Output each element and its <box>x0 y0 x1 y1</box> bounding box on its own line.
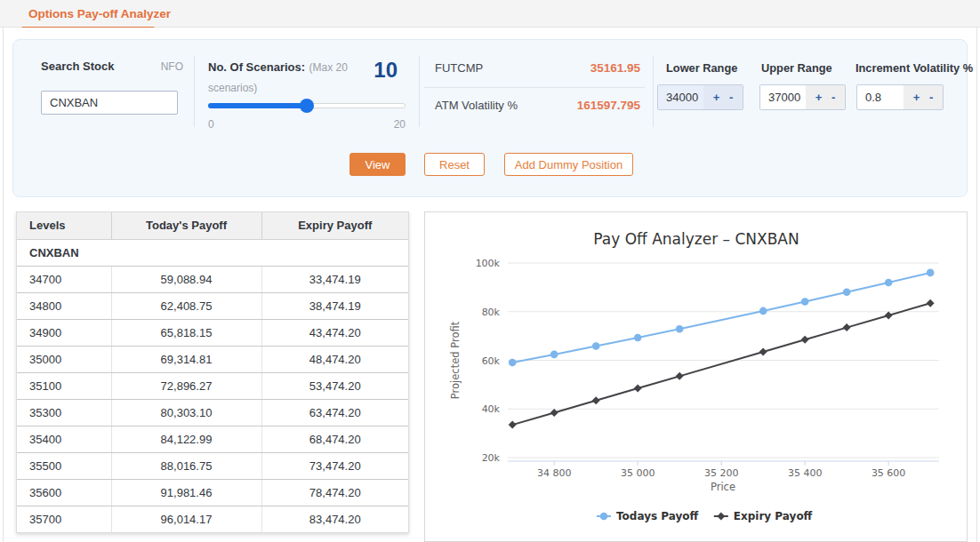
y-axis-title: Projected Profit <box>449 321 462 399</box>
data-point-marker <box>759 307 767 315</box>
increment-volatility-value[interactable]: 0.8 <box>857 85 904 109</box>
slider-min-label: 0 <box>208 118 214 131</box>
data-point-marker <box>509 359 517 367</box>
expiry-payoff-cell: 53,474.20 <box>261 372 408 399</box>
level-cell: 35400 <box>17 426 111 452</box>
data-point-marker <box>634 334 642 342</box>
symbol-group-row: CNXBAN <box>17 239 408 266</box>
data-point-marker <box>592 396 600 404</box>
scenarios-label: No. Of Scenarios: (Max 20 scenarios) <box>208 56 349 97</box>
upper-range-increment-button[interactable]: + <box>815 92 823 103</box>
todays-payoff-cell: 72,896.27 <box>111 372 261 399</box>
reset-button[interactable]: Reset <box>424 153 485 176</box>
view-button[interactable]: View <box>349 153 406 176</box>
y-tick-label: 20k <box>482 452 501 464</box>
todays-payoff-column-header: Today's Payoff <box>111 212 261 239</box>
data-point-marker <box>843 289 851 297</box>
x-tick-label: 35 600 <box>872 467 906 479</box>
divider <box>424 87 645 88</box>
payoff-table-card: Levels Today's Payoff Expiry Payoff CNXB… <box>16 211 409 533</box>
data-point-marker <box>927 269 935 277</box>
payoff-chart: Pay Off Analyzer – CNXBAN20k40k60k80k100… <box>425 212 967 541</box>
x-tick-label: 34 800 <box>537 467 572 479</box>
x-axis-title: Price <box>711 481 735 493</box>
data-point-marker <box>843 323 851 331</box>
expiry-payoff-cell: 83,474.20 <box>261 506 408 532</box>
level-cell: 34800 <box>17 292 111 319</box>
data-point-marker <box>550 409 558 417</box>
data-point-marker <box>801 336 809 344</box>
payoff-chart-card: Pay Off Analyzer – CNXBAN20k40k60k80k100… <box>424 211 968 542</box>
filter-panel: Search Stock NFO No. Of Scenarios: (Max … <box>12 39 968 197</box>
lower-range-spinner: 34000 + - <box>657 84 743 110</box>
level-cell: 34700 <box>17 266 111 292</box>
table-row: 3490065,818.1543,474.20 <box>17 319 408 346</box>
divider <box>653 56 654 127</box>
table-row: 3480062,408.7538,474.19 <box>17 292 408 319</box>
data-point-marker <box>885 279 893 287</box>
level-cell: 35300 <box>17 399 111 426</box>
table-row: 3510072,896.2753,474.20 <box>17 372 408 399</box>
payoff-table-body: CNXBAN 3470059,088.9433,474.193480062,40… <box>17 239 408 532</box>
expiry-payoff-cell: 63,474.20 <box>261 399 408 426</box>
increment-volatility-spinner: 0.8 + - <box>856 84 944 110</box>
data-point-marker <box>801 298 809 306</box>
legend-item-expiry-payoff[interactable]: Expiry Payoff <box>714 510 813 522</box>
scenarios-value: 10 <box>344 58 398 83</box>
expiry-payoff-line <box>512 303 930 425</box>
tab-label: Options Pay-off Analyzer <box>28 7 171 20</box>
options-payoff-analyzer-page: Options Pay-off Analyzer Search Stock NF… <box>0 0 980 542</box>
increment-volatility-decrement-button[interactable]: - <box>929 92 933 103</box>
search-stock-row: Search Stock NFO <box>41 60 183 73</box>
data-point-marker <box>550 351 558 359</box>
futcmp-row: FUTCMP 35161.95 <box>435 61 640 75</box>
legend-circle-marker <box>600 513 608 521</box>
data-point-marker <box>634 385 642 393</box>
expiry-payoff-cell: 33,474.19 <box>261 266 408 292</box>
add-dummy-position-button[interactable]: Add Dummy Position <box>504 153 633 176</box>
level-cell: 35700 <box>17 506 111 532</box>
data-point-marker <box>509 421 517 429</box>
slider-handle[interactable] <box>300 99 314 113</box>
chart-title: Pay Off Analyzer – CNXBAN <box>593 230 799 248</box>
exchange-badge: NFO <box>161 60 183 73</box>
expiry-payoff-cell: 48,474.20 <box>261 346 408 372</box>
symbol-group-label: CNXBAN <box>17 239 408 266</box>
table-row: 3540084,122.9968,474.20 <box>17 426 408 452</box>
x-tick-label: 35 200 <box>704 467 739 479</box>
todays-payoff-cell: 84,122.99 <box>111 426 261 452</box>
increment-volatility-increment-button[interactable]: + <box>913 92 920 103</box>
scenarios-slider[interactable] <box>208 99 406 113</box>
tab-options-payoff-analyzer[interactable]: Options Pay-off Analyzer <box>28 0 171 28</box>
slider-fill <box>208 103 307 108</box>
legend-label: Expiry Payoff <box>734 510 813 522</box>
tab-bar: Options Pay-off Analyzer <box>0 0 980 28</box>
expiry-payoff-cell: 38,474.19 <box>261 292 408 319</box>
x-tick-label: 35 000 <box>621 467 655 479</box>
divider <box>419 56 420 127</box>
table-row: 3550088,016.7573,474.20 <box>17 452 408 479</box>
todays-payoff-line <box>512 273 930 363</box>
todays-payoff-cell: 91,981.46 <box>111 479 261 506</box>
data-point-marker <box>676 325 684 333</box>
lower-range-value[interactable]: 34000 <box>658 85 703 109</box>
y-tick-label: 80k <box>482 307 501 318</box>
upper-range-value[interactable]: 37000 <box>760 85 806 109</box>
data-point-marker <box>927 299 935 307</box>
table-row: 3570096,014.1783,474.20 <box>17 506 408 532</box>
lower-range-decrement-button[interactable]: - <box>729 92 733 103</box>
data-point-marker <box>759 347 767 355</box>
todays-payoff-cell: 69,314.81 <box>111 346 261 372</box>
levels-column-header: Levels <box>17 212 111 239</box>
table-row: 3560091,981.4678,474.20 <box>17 479 408 506</box>
upper-range-decrement-button[interactable]: - <box>831 92 835 103</box>
lower-range-increment-button[interactable]: + <box>713 92 720 103</box>
y-tick-label: 60k <box>482 355 501 367</box>
data-point-marker <box>592 342 600 350</box>
search-stock-input[interactable] <box>41 91 178 115</box>
atm-volatility-row: ATM Volatility % 161597.795 <box>435 99 640 112</box>
level-cell: 35500 <box>17 452 111 479</box>
table-header-row: Levels Today's Payoff Expiry Payoff <box>17 212 408 239</box>
legend-item-todays-payoff[interactable]: Todays Payoff <box>597 510 699 522</box>
todays-payoff-cell: 96,014.17 <box>111 506 261 532</box>
